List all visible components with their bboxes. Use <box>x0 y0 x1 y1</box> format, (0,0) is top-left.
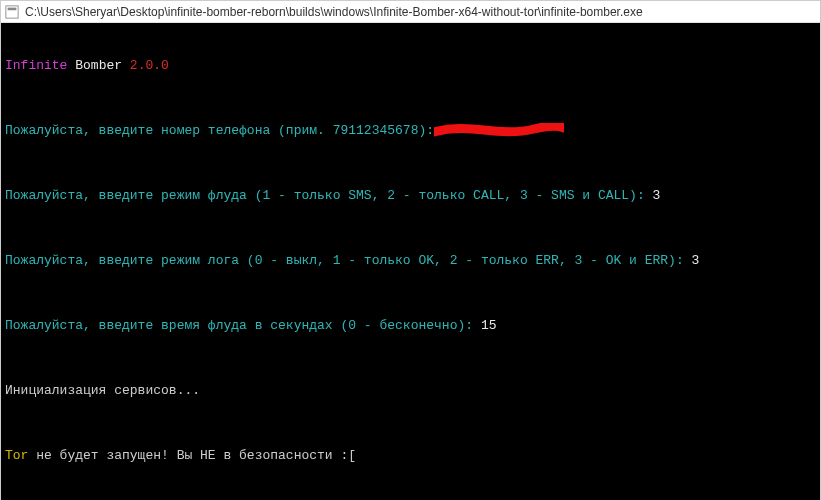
app-banner: Infinite Bomber 2.0.0 <box>5 58 816 74</box>
svg-rect-1 <box>8 7 17 10</box>
flood-time-value: 15 <box>481 318 497 333</box>
prompt-log-mode: Пожалуйста, введите режим лога (0 - выкл… <box>5 253 816 269</box>
app-icon <box>5 5 19 19</box>
prompt-phone: Пожалуйста, введите номер телефона (прим… <box>5 123 816 139</box>
prompt-log-mode-text: Пожалуйста, введите режим лога (0 - выкл… <box>5 253 692 268</box>
prompt-flood-mode-text: Пожалуйста, введите режим флуда (1 - тол… <box>5 188 653 203</box>
app-window: C:\Users\Sheryar\Desktop\infinite-bomber… <box>0 0 821 500</box>
banner-prefix: Infinite <box>5 58 67 73</box>
titlebar[interactable]: C:\Users\Sheryar\Desktop\infinite-bomber… <box>1 1 820 23</box>
prompt-flood-time: Пожалуйста, введите время флуда в секунд… <box>5 318 816 334</box>
window-title: C:\Users\Sheryar\Desktop\infinite-bomber… <box>25 5 643 19</box>
prompt-phone-text: Пожалуйста, введите номер телефона (прим… <box>5 123 434 138</box>
banner-version: 2.0.0 <box>130 58 169 73</box>
banner-suffix: Bomber <box>67 58 129 73</box>
redacted-phone-input <box>434 123 564 137</box>
prompt-flood-mode: Пожалуйста, введите режим флуда (1 - тол… <box>5 188 816 204</box>
tor-word: Tor <box>5 448 28 463</box>
status-tor-line1: Tor не будет запущен! Вы НЕ в безопаснос… <box>5 448 816 464</box>
tor-msg1: не будет запущен! Вы НЕ в безопасности :… <box>28 448 356 463</box>
prompt-flood-time-text: Пожалуйста, введите время флуда в секунд… <box>5 318 481 333</box>
log-mode-value: 3 <box>692 253 700 268</box>
flood-mode-value: 3 <box>653 188 661 203</box>
terminal-output[interactable]: Infinite Bomber 2.0.0 Пожалуйста, введит… <box>1 23 820 500</box>
status-init: Инициализация сервисов... <box>5 383 816 399</box>
